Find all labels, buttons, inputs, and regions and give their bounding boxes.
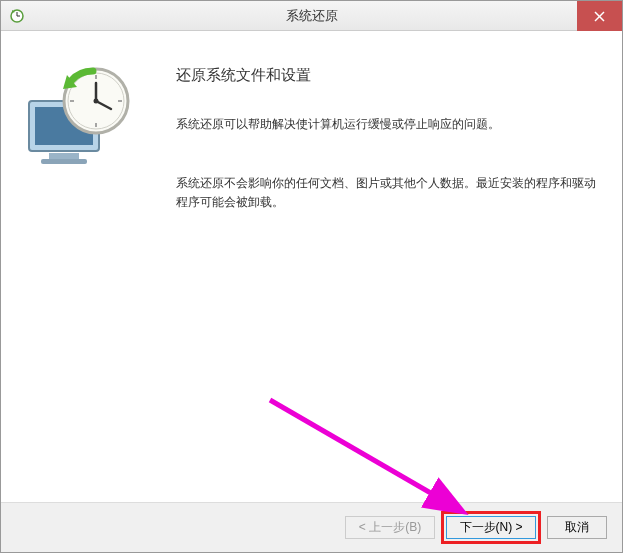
paragraph-1: 系统还原可以帮助解决使计算机运行缓慢或停止响应的问题。 [176,115,597,134]
system-restore-window: 系统还原 [0,0,623,553]
page-heading: 还原系统文件和设置 [176,66,597,85]
app-icon [9,8,25,24]
text-column: 还原系统文件和设置 系统还原可以帮助解决使计算机运行缓慢或停止响应的问题。 系统… [176,51,597,492]
annotation-highlight: 下一步(N) > [441,511,541,544]
back-button: < 上一步(B) [345,516,435,539]
cancel-button[interactable]: 取消 [547,516,607,539]
svg-point-17 [94,99,99,104]
paragraph-2: 系统还原不会影响你的任何文档、图片或其他个人数据。最近安装的程序和驱动程序可能会… [176,174,597,212]
content-area: 还原系统文件和设置 系统还原可以帮助解决使计算机运行缓慢或停止响应的问题。 系统… [1,31,622,502]
titlebar: 系统还原 [1,1,622,31]
close-button[interactable] [577,1,622,31]
wizard-footer: < 上一步(B) 下一步(N) > 取消 [1,502,622,552]
system-restore-icon [21,61,151,171]
close-icon [594,11,605,22]
svg-rect-7 [49,153,79,159]
window-title: 系统还原 [1,7,622,25]
svg-rect-8 [41,159,87,164]
icon-column [21,51,176,492]
next-button[interactable]: 下一步(N) > [446,516,536,539]
